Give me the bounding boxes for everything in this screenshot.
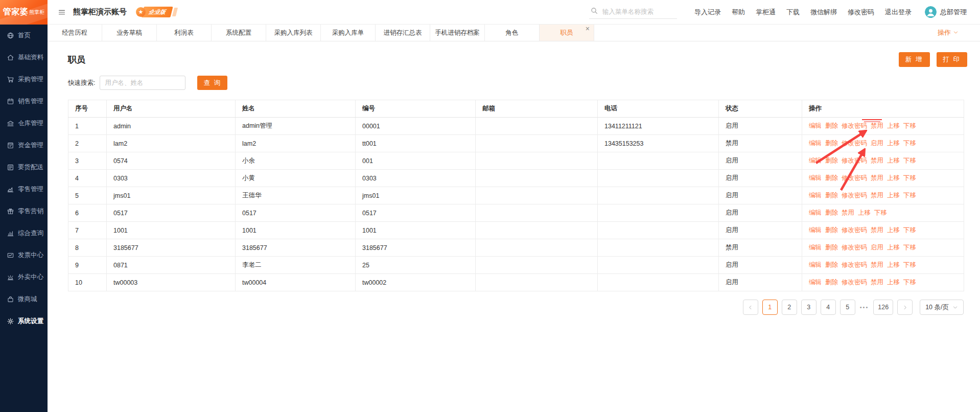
- sidebar-item-system-settings[interactable]: 系统设置: [0, 310, 48, 332]
- op-move-down[interactable]: 下移: [903, 140, 916, 147]
- op-edit[interactable]: 编辑: [809, 192, 822, 199]
- op-disable[interactable]: 禁用: [871, 122, 883, 129]
- op-delete[interactable]: 删除: [825, 279, 838, 286]
- tab-purchase-in-list[interactable]: 采购入库列表: [266, 25, 321, 41]
- tab-business-history[interactable]: 经营历程: [48, 25, 102, 41]
- next-page-button[interactable]: [897, 300, 913, 315]
- prev-page-button[interactable]: [743, 300, 758, 315]
- op-enable[interactable]: 启用: [871, 244, 883, 251]
- sidebar-item-invoice[interactable]: 发票中心: [0, 244, 48, 266]
- op-move-down[interactable]: 下移: [903, 157, 916, 164]
- page-button-4[interactable]: 4: [821, 300, 836, 315]
- op-delete[interactable]: 删除: [825, 244, 838, 251]
- sidebar-item-delivery[interactable]: 要货配送: [0, 156, 48, 178]
- op-move-up[interactable]: 上移: [887, 244, 900, 251]
- op-move-up[interactable]: 上移: [887, 122, 900, 129]
- tab-mobile-psi[interactable]: 手机进销存档案: [430, 25, 485, 41]
- op-edit[interactable]: 编辑: [809, 122, 822, 129]
- print-button[interactable]: 打 印: [937, 52, 967, 67]
- op-move-down[interactable]: 下移: [903, 261, 916, 268]
- op-move-down[interactable]: 下移: [903, 244, 916, 251]
- op-change-password[interactable]: 修改密码: [842, 157, 867, 164]
- op-disable[interactable]: 禁用: [871, 226, 883, 234]
- op-change-password[interactable]: 修改密码: [842, 192, 867, 199]
- op-delete[interactable]: 删除: [825, 226, 838, 234]
- op-move-up[interactable]: 上移: [887, 140, 900, 147]
- op-move-up[interactable]: 上移: [887, 174, 900, 181]
- header-link-wechat-unbind[interactable]: 微信解绑: [810, 8, 837, 17]
- page-size-select[interactable]: 10 条/页: [920, 300, 964, 315]
- op-disable[interactable]: 禁用: [842, 209, 854, 216]
- op-delete[interactable]: 删除: [825, 122, 838, 129]
- page-button-126[interactable]: 126: [873, 300, 893, 315]
- quick-search-input[interactable]: [100, 76, 185, 90]
- sidebar-item-takeout[interactable]: 外卖中心: [0, 266, 48, 288]
- sidebar-item-sales[interactable]: 销售管理: [0, 90, 48, 112]
- op-edit[interactable]: 编辑: [809, 174, 822, 181]
- user-menu[interactable]: 总部管理: [925, 6, 967, 18]
- op-disable[interactable]: 禁用: [871, 174, 883, 181]
- header-link-change-password[interactable]: 修改密码: [848, 8, 874, 17]
- op-edit[interactable]: 编辑: [809, 244, 822, 251]
- collapse-sidebar-icon[interactable]: [58, 8, 66, 16]
- header-link-download[interactable]: 下载: [786, 8, 800, 17]
- sidebar-item-basic-data[interactable]: 基础资料: [0, 47, 48, 68]
- op-move-up[interactable]: 上移: [887, 261, 900, 268]
- op-edit[interactable]: 编辑: [809, 279, 822, 286]
- header-link-logout[interactable]: 退出登录: [885, 8, 912, 17]
- header-link-zhanggui-tong[interactable]: 掌柜通: [756, 8, 776, 17]
- op-disable[interactable]: 禁用: [871, 261, 883, 268]
- op-change-password[interactable]: 修改密码: [842, 122, 867, 129]
- op-delete[interactable]: 删除: [825, 261, 838, 268]
- page-button-2[interactable]: 2: [782, 300, 797, 315]
- op-move-up[interactable]: 上移: [887, 226, 900, 234]
- op-change-password[interactable]: 修改密码: [842, 279, 867, 286]
- op-move-down[interactable]: 下移: [903, 174, 916, 181]
- tab-role[interactable]: 角色: [485, 25, 540, 41]
- op-change-password[interactable]: 修改密码: [842, 226, 867, 234]
- op-change-password[interactable]: 修改密码: [842, 261, 867, 268]
- op-change-password[interactable]: 修改密码: [842, 244, 867, 251]
- pagination-ellipsis[interactable]: •••: [860, 304, 869, 310]
- tab-system-config[interactable]: 系统配置: [212, 25, 266, 41]
- sidebar-item-funds[interactable]: 资金管理: [0, 134, 48, 156]
- op-change-password[interactable]: 修改密码: [842, 174, 867, 181]
- op-change-password[interactable]: 修改密码: [842, 140, 867, 147]
- op-disable[interactable]: 禁用: [871, 279, 883, 286]
- op-move-down[interactable]: 下移: [874, 209, 887, 216]
- op-delete[interactable]: 删除: [825, 174, 838, 181]
- sidebar-item-warehouse[interactable]: 仓库管理: [0, 112, 48, 134]
- header-link-help[interactable]: 帮助: [732, 8, 745, 17]
- tab-psi-summary[interactable]: 进销存汇总表: [376, 25, 430, 41]
- op-delete[interactable]: 删除: [825, 157, 838, 164]
- op-move-down[interactable]: 下移: [903, 279, 916, 286]
- sidebar-item-query[interactable]: 综合查询: [0, 222, 48, 244]
- tab-staff[interactable]: 职员×: [540, 25, 594, 41]
- op-disable[interactable]: 禁用: [871, 157, 883, 164]
- op-move-up[interactable]: 上移: [887, 157, 900, 164]
- query-button[interactable]: 查 询: [197, 76, 227, 90]
- op-move-up[interactable]: 上移: [887, 192, 900, 199]
- op-disable[interactable]: 禁用: [871, 192, 883, 199]
- op-move-down[interactable]: 下移: [903, 122, 916, 129]
- sidebar-item-mall[interactable]: 微商城: [0, 288, 48, 310]
- op-enable[interactable]: 启用: [871, 140, 883, 147]
- op-delete[interactable]: 删除: [825, 140, 838, 147]
- sidebar-item-home[interactable]: 首页: [0, 25, 48, 47]
- op-edit[interactable]: 编辑: [809, 157, 822, 164]
- sidebar-item-retail[interactable]: 零售管理: [0, 178, 48, 200]
- op-move-up[interactable]: 上移: [887, 279, 900, 286]
- tab-purchase-in[interactable]: 采购入库单: [321, 25, 376, 41]
- tab-actions-dropdown[interactable]: 操作: [938, 25, 980, 41]
- sidebar-item-retail-marketing[interactable]: 零售营销: [0, 200, 48, 222]
- brand-logo[interactable]: 管家婆 熊掌柜: [0, 0, 48, 25]
- page-button-1[interactable]: 1: [762, 300, 778, 315]
- op-edit[interactable]: 编辑: [809, 261, 822, 268]
- tab-draft[interactable]: 业务草稿: [102, 25, 157, 41]
- close-icon[interactable]: ×: [586, 25, 590, 32]
- add-button[interactable]: 新 增: [899, 52, 929, 67]
- header-link-import-records[interactable]: 导入记录: [694, 8, 721, 17]
- menu-search-input[interactable]: [602, 8, 674, 15]
- page-button-5[interactable]: 5: [840, 300, 855, 315]
- page-button-3[interactable]: 3: [801, 300, 816, 315]
